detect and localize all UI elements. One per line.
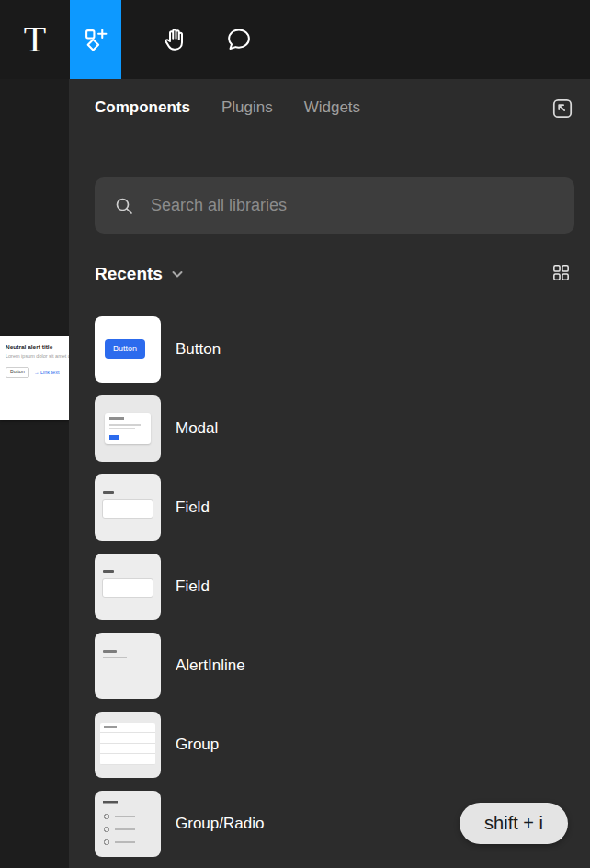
arrow-up-left-box-icon [550,97,574,120]
component-thumbnail [95,554,161,620]
recents-header: Recents [95,262,572,286]
component-label: Field [176,577,210,596]
search-input[interactable] [151,196,556,215]
popout-panel-button[interactable] [550,96,575,121]
alert-card-link: Link text [34,370,60,375]
component-thumbnail [95,474,161,541]
recents-label: Recents [95,264,163,284]
grid-icon [550,262,572,283]
component-thumbnail: Button [95,316,161,383]
canvas-alert-card[interactable]: Neutral alert title Lorem ipsum dolor si… [0,336,69,420]
tab-components[interactable]: Components [95,98,190,117]
component-item-alertinline[interactable]: AlertInline [95,633,581,699]
alert-card-body: Lorem ipsum dolor sit amet conse [6,353,65,359]
panel-tabs: Components Plugins Widgets [95,98,360,117]
alert-card-actions: Button Link text [6,367,65,378]
hand-tool-button[interactable] [149,0,200,79]
tab-widgets[interactable]: Widgets [304,98,360,117]
comment-tool-button[interactable] [213,0,265,79]
assets-tool-button[interactable] [70,0,121,79]
tab-plugins[interactable]: Plugins [221,98,273,117]
component-item-field[interactable]: Field [95,474,581,541]
thumbnail-art [105,413,151,444]
thumbnail-button-art: Button [105,339,145,359]
search-bar[interactable] [95,177,574,234]
components-panel: Components Plugins Widgets Recents [69,79,590,868]
component-thumbnail [95,395,161,462]
component-item-group[interactable]: Group [95,712,581,778]
component-item-modal[interactable]: Modal [95,395,581,462]
assets-icon [84,28,108,52]
component-thumbnail [95,712,161,778]
component-label: Modal [176,419,218,438]
component-item-button[interactable]: Button Button [95,316,581,383]
alert-card-title: Neutral alert title [6,344,65,350]
toolbar: T [0,0,590,79]
hand-icon [161,26,188,53]
thumbnail-art [100,723,155,765]
search-icon [113,195,135,217]
shortcut-hint: shift + i [460,803,568,844]
component-label: Field [176,498,210,517]
canvas: Neutral alert title Lorem ipsum dolor si… [0,79,69,868]
grid-view-button[interactable] [550,262,572,286]
text-tool-icon: T [24,21,46,58]
component-label: Group [176,736,219,754]
chevron-down-icon [172,270,183,278]
component-label: AlertInline [176,657,245,675]
component-thumbnail [95,791,161,857]
alert-card-button: Button [6,367,29,378]
components-list: Button Button Modal Field Field AlertInl… [95,316,581,868]
comment-icon [225,26,253,53]
component-label: Button [176,340,221,359]
component-item-field-2[interactable]: Field [95,554,581,620]
recents-dropdown[interactable]: Recents [95,264,183,284]
text-tool-button[interactable]: T [0,0,70,79]
component-thumbnail [95,633,161,699]
component-label: Group/Radio [176,815,264,833]
